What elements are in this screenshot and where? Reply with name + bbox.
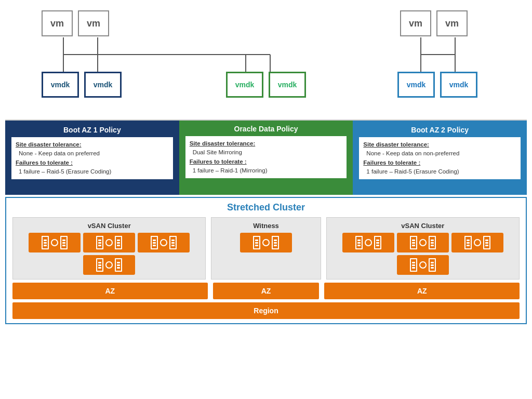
server-icon-4	[83, 255, 135, 275]
vm-box-left-1: vm	[42, 10, 73, 36]
vmdk-box-right-2: vmdk	[440, 72, 477, 98]
policy-right-site-label: Site disaster tolerance:	[363, 141, 429, 148]
vmdk-box-right-1: vmdk	[397, 72, 435, 98]
left-vmdk-group: vmdk vmdk	[42, 72, 122, 98]
policy-section: Boot AZ 1 Policy Site disaster tolerance…	[5, 119, 527, 195]
server-bar-4b	[115, 258, 122, 272]
policy-center-site-label: Site disaster tolerance:	[190, 140, 256, 147]
server-icon-r4	[397, 255, 449, 275]
witness-cluster: Witness	[211, 217, 321, 280]
left-vsan-cluster: vSAN Cluster	[12, 217, 206, 280]
az-bar-right: AZ	[324, 283, 520, 299]
server-bar-1a	[42, 236, 49, 249]
policy-center-failures-value: 1 failure – Raid-1 (Mirroring)	[190, 167, 268, 174]
server-bar-3b	[169, 236, 177, 249]
server-circle-1a	[51, 239, 58, 246]
witness-label: Witness	[253, 222, 279, 230]
server-bar-2a	[96, 236, 103, 249]
server-circle-2a	[105, 239, 113, 246]
right-vm-group: vm vm	[400, 10, 468, 36]
policy-right-title: Boot AZ 2 Policy	[359, 126, 521, 134]
vm-box-right-1: vm	[400, 10, 431, 36]
server-icon-r2	[397, 233, 449, 252]
policy-left-failures-value: 1 failure – Raid-5 (Erasure Coding)	[16, 168, 111, 175]
server-icon-2	[83, 233, 135, 252]
server-icon-r1	[342, 233, 394, 252]
policy-left-failures-label: Failures to tolerate :	[16, 159, 73, 166]
server-bar-1b	[60, 236, 68, 249]
server-icon-1	[29, 233, 81, 252]
server-bar-2b	[115, 236, 122, 249]
left-vsan-label: vSAN Cluster	[88, 222, 131, 230]
server-circle-wa	[262, 239, 270, 246]
az-bar-left: AZ	[12, 283, 208, 299]
right-server-grid	[331, 233, 515, 275]
policy-right-site-value: None - Keep data on non-preferred	[363, 150, 459, 156]
server-circle-4a	[105, 261, 113, 269]
policy-center-site-value: Dual Site Mirroring	[190, 149, 242, 155]
server-bar-3a	[151, 236, 158, 249]
az-bars-row: AZ AZ AZ	[12, 283, 520, 299]
policy-center-failures-label: Failures to tolerate :	[190, 158, 247, 165]
policy-left-title: Boot AZ 1 Policy	[11, 126, 173, 134]
vmdk-box-center-1: vmdk	[226, 72, 263, 98]
left-server-grid	[17, 233, 201, 275]
vmdk-box-left-2: vmdk	[84, 72, 122, 98]
server-bar-wb	[272, 236, 279, 249]
policy-left-site-label: Site disaster tolerance:	[16, 141, 82, 148]
policy-left-details: Site disaster tolerance: None - Keep dat…	[11, 137, 173, 179]
policy-left: Boot AZ 1 Policy Site disaster tolerance…	[5, 121, 179, 195]
policy-right: Boot AZ 2 Policy Site disaster tolerance…	[353, 121, 527, 195]
vm-box-left-2: vm	[78, 10, 109, 36]
vmdk-box-center-2: vmdk	[269, 72, 306, 98]
server-circle-3a	[160, 239, 167, 246]
stretched-cluster-title: Stretched Cluster	[12, 202, 520, 213]
center-vmdk-group: vmdk vmdk	[226, 72, 306, 98]
witness-server-grid	[240, 233, 292, 252]
right-vsan-label: vSAN Cluster	[401, 222, 444, 230]
main-container: vm vm vmdk vmdk vmdk vmdk vm vm vmdk vmd…	[0, 0, 532, 399]
server-icon-r3	[451, 233, 503, 252]
server-icon-witness	[240, 233, 292, 252]
policy-left-site-value: None - Keep data on preferred	[16, 150, 100, 156]
vmdk-box-left-1: vmdk	[42, 72, 79, 98]
right-vsan-cluster: vSAN Cluster	[326, 217, 520, 280]
top-diagram: vm vm vmdk vmdk vmdk vmdk vm vm vmdk vmd…	[5, 5, 527, 119]
right-vmdk-group: vmdk vmdk	[397, 72, 477, 98]
region-bar: Region	[12, 302, 520, 319]
az-bar-center: AZ	[213, 283, 320, 299]
stretched-cluster-section: Stretched Cluster vSAN Cluster	[5, 197, 527, 324]
policy-right-details: Site disaster tolerance: None - Keep dat…	[359, 137, 521, 179]
policy-right-failures-value: 1 failure – Raid-5 (Erasure Coding)	[363, 168, 459, 175]
policy-center: Oracle Data Policy Site disaster toleran…	[179, 121, 353, 195]
server-icon-3	[138, 233, 190, 252]
vm-box-right-2: vm	[436, 10, 468, 36]
policy-center-details: Site disaster tolerance: Dual Site Mirro…	[185, 136, 347, 178]
left-vm-group: vm vm	[42, 10, 109, 36]
policy-center-title: Oracle Data Policy	[185, 125, 347, 133]
policy-right-failures-label: Failures to tolerate :	[363, 159, 420, 166]
server-bar-4a	[96, 258, 103, 272]
server-bar-wa	[253, 236, 260, 249]
cluster-row: vSAN Cluster	[12, 217, 520, 280]
